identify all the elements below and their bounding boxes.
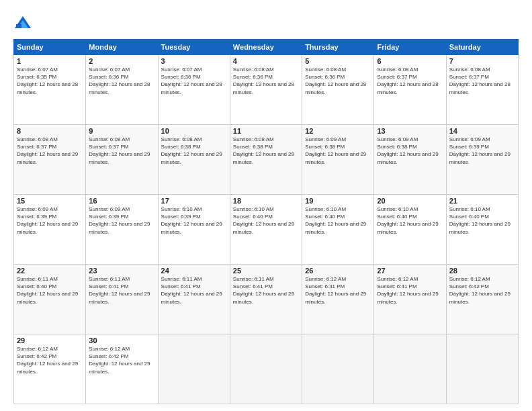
day-number: 12 bbox=[305, 127, 371, 135]
day-info: Sunrise: 6:08 AMSunset: 6:36 PMDaylight:… bbox=[305, 66, 371, 96]
calendar-cell: 9Sunrise: 6:08 AMSunset: 6:37 PMDaylight… bbox=[86, 125, 158, 195]
day-info: Sunrise: 6:12 AMSunset: 6:41 PMDaylight:… bbox=[305, 275, 371, 306]
calendar-cell: 22Sunrise: 6:11 AMSunset: 6:40 PMDayligh… bbox=[14, 265, 86, 334]
day-info: Sunrise: 6:10 AMSunset: 6:40 PMDaylight:… bbox=[233, 205, 299, 236]
week-row-4: 22Sunrise: 6:11 AMSunset: 6:40 PMDayligh… bbox=[14, 265, 519, 334]
day-info: Sunrise: 6:11 AMSunset: 6:41 PMDaylight:… bbox=[233, 275, 299, 306]
day-number: 6 bbox=[377, 57, 443, 65]
col-monday: Monday bbox=[86, 40, 158, 55]
day-number: 21 bbox=[449, 197, 515, 205]
calendar-cell: 17Sunrise: 6:10 AMSunset: 6:39 PMDayligh… bbox=[158, 195, 230, 265]
day-number: 15 bbox=[17, 197, 83, 205]
col-thursday: Thursday bbox=[302, 40, 374, 55]
calendar-cell: 23Sunrise: 6:11 AMSunset: 6:41 PMDayligh… bbox=[86, 265, 158, 334]
col-friday: Friday bbox=[374, 40, 446, 55]
calendar-cell: 21Sunrise: 6:10 AMSunset: 6:40 PMDayligh… bbox=[446, 195, 518, 265]
header bbox=[13, 13, 519, 32]
calendar-cell: 16Sunrise: 6:09 AMSunset: 6:39 PMDayligh… bbox=[86, 195, 158, 265]
col-sunday: Sunday bbox=[14, 40, 86, 55]
day-info: Sunrise: 6:10 AMSunset: 6:40 PMDaylight:… bbox=[377, 205, 443, 236]
calendar-cell: 5Sunrise: 6:08 AMSunset: 6:36 PMDaylight… bbox=[302, 55, 374, 125]
calendar-cell bbox=[374, 334, 446, 404]
week-row-2: 8Sunrise: 6:08 AMSunset: 6:37 PMDaylight… bbox=[14, 125, 519, 195]
calendar-cell: 11Sunrise: 6:08 AMSunset: 6:38 PMDayligh… bbox=[230, 125, 302, 195]
day-number: 28 bbox=[449, 267, 515, 275]
calendar-cell: 8Sunrise: 6:08 AMSunset: 6:37 PMDaylight… bbox=[14, 125, 86, 195]
calendar-cell: 3Sunrise: 6:07 AMSunset: 6:36 PMDaylight… bbox=[158, 55, 230, 125]
day-info: Sunrise: 6:12 AMSunset: 6:42 PMDaylight:… bbox=[89, 345, 154, 375]
calendar-cell: 19Sunrise: 6:10 AMSunset: 6:40 PMDayligh… bbox=[302, 195, 374, 265]
day-info: Sunrise: 6:12 AMSunset: 6:41 PMDaylight:… bbox=[377, 275, 443, 306]
day-number: 7 bbox=[449, 57, 515, 65]
day-info: Sunrise: 6:08 AMSunset: 6:36 PMDaylight:… bbox=[233, 66, 299, 96]
day-info: Sunrise: 6:10 AMSunset: 6:40 PMDaylight:… bbox=[449, 205, 515, 236]
calendar-cell: 26Sunrise: 6:12 AMSunset: 6:41 PMDayligh… bbox=[302, 265, 374, 334]
day-number: 26 bbox=[305, 267, 371, 275]
day-info: Sunrise: 6:11 AMSunset: 6:41 PMDaylight:… bbox=[161, 275, 227, 306]
day-info: Sunrise: 6:08 AMSunset: 6:37 PMDaylight:… bbox=[377, 66, 443, 96]
calendar-cell: 27Sunrise: 6:12 AMSunset: 6:41 PMDayligh… bbox=[374, 265, 446, 334]
day-number: 29 bbox=[17, 336, 83, 345]
day-info: Sunrise: 6:09 AMSunset: 6:39 PMDaylight:… bbox=[17, 205, 83, 236]
calendar-cell: 13Sunrise: 6:09 AMSunset: 6:38 PMDayligh… bbox=[374, 125, 446, 195]
day-number: 23 bbox=[89, 267, 154, 275]
day-info: Sunrise: 6:08 AMSunset: 6:38 PMDaylight:… bbox=[161, 136, 227, 166]
day-number: 18 bbox=[233, 197, 299, 205]
day-info: Sunrise: 6:12 AMSunset: 6:42 PMDaylight:… bbox=[17, 345, 83, 375]
day-number: 5 bbox=[305, 57, 371, 65]
day-info: Sunrise: 6:08 AMSunset: 6:38 PMDaylight:… bbox=[233, 136, 299, 166]
day-number: 17 bbox=[161, 197, 227, 205]
day-number: 1 bbox=[17, 57, 83, 65]
day-number: 20 bbox=[377, 197, 443, 205]
week-row-1: 1Sunrise: 6:07 AMSunset: 6:35 PMDaylight… bbox=[14, 55, 519, 125]
day-info: Sunrise: 6:09 AMSunset: 6:38 PMDaylight:… bbox=[305, 136, 371, 166]
day-info: Sunrise: 6:11 AMSunset: 6:41 PMDaylight:… bbox=[89, 275, 154, 306]
svg-rect-2 bbox=[16, 24, 21, 28]
day-info: Sunrise: 6:09 AMSunset: 6:39 PMDaylight:… bbox=[89, 205, 154, 236]
day-number: 11 bbox=[233, 127, 299, 135]
day-number: 13 bbox=[377, 127, 443, 135]
day-info: Sunrise: 6:12 AMSunset: 6:42 PMDaylight:… bbox=[449, 275, 515, 306]
calendar-cell: 6Sunrise: 6:08 AMSunset: 6:37 PMDaylight… bbox=[374, 55, 446, 125]
day-number: 19 bbox=[305, 197, 371, 205]
col-tuesday: Tuesday bbox=[158, 40, 230, 55]
calendar-cell bbox=[446, 334, 518, 404]
day-number: 30 bbox=[89, 336, 154, 345]
calendar-cell: 28Sunrise: 6:12 AMSunset: 6:42 PMDayligh… bbox=[446, 265, 518, 334]
page: Sunday Monday Tuesday Wednesday Thursday… bbox=[0, 0, 532, 411]
day-info: Sunrise: 6:08 AMSunset: 6:37 PMDaylight:… bbox=[17, 136, 83, 166]
week-row-3: 15Sunrise: 6:09 AMSunset: 6:39 PMDayligh… bbox=[14, 195, 519, 265]
header-row: Sunday Monday Tuesday Wednesday Thursday… bbox=[14, 40, 519, 55]
day-number: 8 bbox=[17, 127, 83, 135]
calendar-cell bbox=[302, 334, 374, 404]
col-wednesday: Wednesday bbox=[230, 40, 302, 55]
calendar-cell: 25Sunrise: 6:11 AMSunset: 6:41 PMDayligh… bbox=[230, 265, 302, 334]
day-info: Sunrise: 6:11 AMSunset: 6:40 PMDaylight:… bbox=[17, 275, 83, 306]
day-info: Sunrise: 6:09 AMSunset: 6:39 PMDaylight:… bbox=[449, 136, 515, 166]
calendar-cell: 12Sunrise: 6:09 AMSunset: 6:38 PMDayligh… bbox=[302, 125, 374, 195]
week-row-5: 29Sunrise: 6:12 AMSunset: 6:42 PMDayligh… bbox=[14, 334, 519, 404]
calendar-cell: 29Sunrise: 6:12 AMSunset: 6:42 PMDayligh… bbox=[14, 334, 86, 404]
day-number: 25 bbox=[233, 267, 299, 275]
day-number: 4 bbox=[233, 57, 299, 65]
day-info: Sunrise: 6:07 AMSunset: 6:36 PMDaylight:… bbox=[89, 66, 154, 96]
day-number: 14 bbox=[449, 127, 515, 135]
calendar-cell: 20Sunrise: 6:10 AMSunset: 6:40 PMDayligh… bbox=[374, 195, 446, 265]
day-number: 24 bbox=[161, 267, 227, 275]
day-info: Sunrise: 6:07 AMSunset: 6:35 PMDaylight:… bbox=[17, 66, 83, 96]
calendar-cell bbox=[158, 334, 230, 404]
calendar-cell: 15Sunrise: 6:09 AMSunset: 6:39 PMDayligh… bbox=[14, 195, 86, 265]
calendar-cell: 30Sunrise: 6:12 AMSunset: 6:42 PMDayligh… bbox=[86, 334, 158, 404]
logo bbox=[13, 13, 35, 32]
calendar-cell: 14Sunrise: 6:09 AMSunset: 6:39 PMDayligh… bbox=[446, 125, 518, 195]
day-info: Sunrise: 6:08 AMSunset: 6:37 PMDaylight:… bbox=[449, 66, 515, 96]
calendar-cell: 10Sunrise: 6:08 AMSunset: 6:38 PMDayligh… bbox=[158, 125, 230, 195]
day-number: 3 bbox=[161, 57, 227, 65]
logo-icon bbox=[13, 13, 32, 32]
col-saturday: Saturday bbox=[446, 40, 518, 55]
day-number: 2 bbox=[89, 57, 154, 65]
day-info: Sunrise: 6:07 AMSunset: 6:36 PMDaylight:… bbox=[161, 66, 227, 96]
calendar-cell bbox=[230, 334, 302, 404]
calendar-cell: 24Sunrise: 6:11 AMSunset: 6:41 PMDayligh… bbox=[158, 265, 230, 334]
calendar-cell: 2Sunrise: 6:07 AMSunset: 6:36 PMDaylight… bbox=[86, 55, 158, 125]
